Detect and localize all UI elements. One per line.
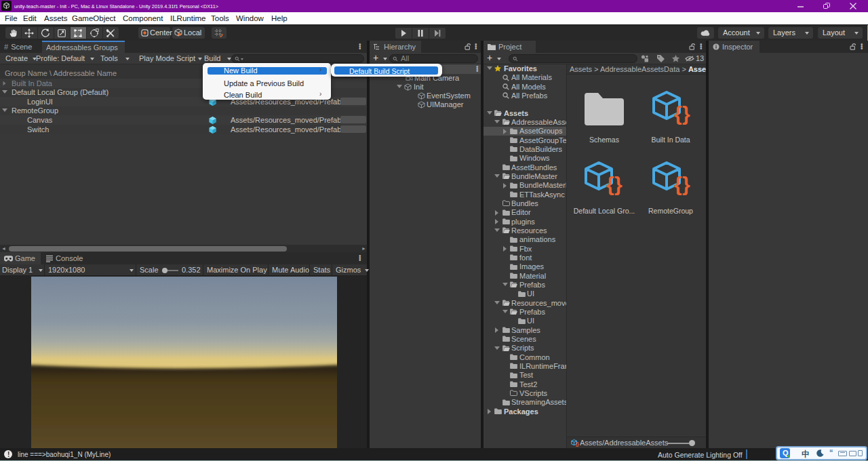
svg-text:{: { — [606, 173, 614, 195]
svg-text:{: { — [674, 173, 682, 195]
svg-text:}: } — [682, 102, 690, 125]
svg-text:{: { — [674, 102, 682, 125]
svg-text:}: } — [614, 173, 623, 195]
svg-text:}: } — [577, 441, 579, 447]
svg-text:}: } — [682, 173, 690, 195]
